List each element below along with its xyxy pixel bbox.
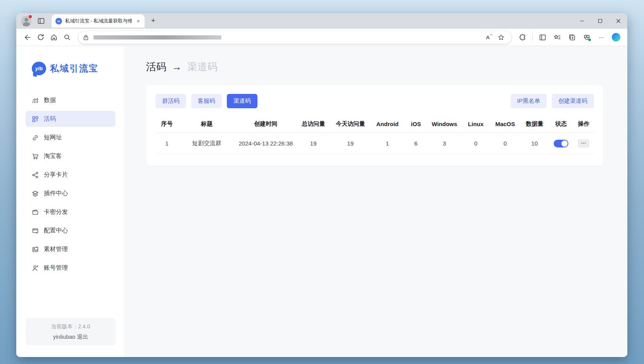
window-maximize-button[interactable]	[591, 13, 609, 29]
browser-titlebar: ∞ 私域引流宝 - 私域流量获取与维护 × +	[16, 13, 627, 29]
col-today-visits: 今天访问量	[330, 114, 370, 133]
logout-button[interactable]: 退出	[77, 333, 88, 341]
table-row: 1 短剧交流群 2024-04-13 22:26:38 19 19 1 6 3 …	[155, 133, 594, 154]
breadcrumb-current: 渠道码	[187, 60, 218, 74]
browser-toolbar: A⌒ ⋯	[16, 29, 627, 46]
favorites-bar-icon[interactable]	[551, 31, 564, 44]
col-linux: Linux	[461, 114, 490, 133]
sidebar-item-live-code[interactable]: 活码	[26, 111, 116, 127]
share-icon	[32, 172, 39, 179]
tab-close-icon[interactable]: ×	[135, 18, 142, 24]
copilot-icon[interactable]	[609, 31, 623, 44]
breadcrumb-arrow-icon: →	[172, 61, 182, 73]
extensions-icon[interactable]	[516, 31, 529, 44]
browser-window: ∞ 私域引流宝 - 私域流量获取与维护 × +	[16, 13, 627, 357]
layers-icon	[32, 190, 39, 197]
sidebar-item-short-url[interactable]: 短网址	[26, 130, 116, 146]
home-icon[interactable]	[47, 31, 60, 44]
col-title: 标题	[178, 114, 235, 133]
address-bar[interactable]: A⌒	[78, 31, 511, 44]
sidebar-menu: 数据 活码 短网址 淘	[26, 92, 116, 276]
tab-service-code[interactable]: 客服码	[191, 94, 222, 108]
wallet-icon	[32, 209, 39, 216]
sidebar-item-share-card[interactable]: 分享卡片	[26, 167, 116, 183]
breadcrumb-parent: 活码	[146, 60, 166, 74]
cell-windows: 3	[427, 133, 461, 154]
cell-ios: 6	[404, 133, 427, 154]
breadcrumb: 活码 → 渠道码	[146, 60, 603, 74]
new-tab-button[interactable]: +	[148, 15, 159, 26]
app-logo: ylb 私域引流宝	[26, 62, 116, 75]
col-ios: iOS	[404, 114, 427, 133]
col-operations: 操作	[573, 114, 594, 133]
username: yinliubao	[53, 334, 75, 340]
version-label: 当前版本：2.4.0	[29, 323, 112, 330]
col-status: 状态	[549, 114, 573, 133]
tab-group-code[interactable]: 群活码	[155, 94, 186, 108]
sidebar-item-data[interactable]: 数据	[26, 92, 116, 108]
app-body: ylb 私域引流宝 数据 活码	[16, 46, 627, 357]
toolbar-divider	[532, 33, 533, 41]
col-android: Android	[370, 114, 404, 133]
favorite-star-icon[interactable]	[495, 31, 507, 43]
user-icon	[32, 265, 39, 272]
main-content: 活码 → 渠道码 群活码 客服码 渠道码 IP黑名单 创建渠道码	[124, 46, 627, 357]
ip-blacklist-button[interactable]: IP黑名单	[511, 94, 547, 108]
cell-created: 2024-04-13 22:26:38	[235, 133, 296, 154]
sidebar-item-materials[interactable]: 素材管理	[26, 241, 116, 257]
sidebar-item-taobao[interactable]: 淘宝客	[26, 148, 116, 164]
col-total-visits: 总访问量	[296, 114, 330, 133]
window-settings-icon	[32, 227, 39, 234]
refresh-icon[interactable]	[34, 31, 47, 44]
row-more-actions-button[interactable]: ⋯	[578, 139, 589, 147]
create-channel-code-button[interactable]: 创建渠道码	[552, 94, 594, 108]
col-index: 序号	[155, 114, 178, 133]
logo-bubble-icon: ylb	[32, 62, 46, 75]
link-icon	[32, 134, 39, 141]
sidebar-footer: 当前版本：2.4.0 yinliubao 退出	[26, 318, 116, 345]
card-toolbar: 群活码 客服码 渠道码 IP黑名单 创建渠道码	[155, 94, 594, 108]
sidebar-item-accounts[interactable]: 账号管理	[26, 260, 116, 276]
sidebar-item-plugins[interactable]: 插件中心	[26, 185, 116, 201]
notification-dot	[29, 15, 32, 18]
settings-more-icon[interactable]: ⋯	[595, 31, 608, 44]
read-aloud-icon[interactable]: A⌒	[483, 31, 495, 43]
tab-workspaces-icon[interactable]	[36, 16, 46, 26]
collections-icon[interactable]	[565, 31, 578, 44]
sidebar: ylb 私域引流宝 数据 活码	[16, 46, 124, 357]
browser-tab[interactable]: ∞ 私域引流宝 - 私域流量获取与维护 ×	[52, 14, 145, 28]
logo-text: 私域引流宝	[50, 62, 98, 75]
sidebar-item-card-keys[interactable]: 卡密分发	[26, 204, 116, 220]
back-icon[interactable]	[21, 31, 34, 44]
search-icon[interactable]	[60, 31, 74, 44]
image-icon	[32, 246, 39, 253]
cell-linux: 0	[461, 133, 490, 154]
browser-essentials-icon[interactable]	[580, 31, 593, 44]
site-favicon-icon: ∞	[55, 18, 62, 24]
cell-total-visits: 19	[296, 133, 330, 154]
table-header-row: 序号 标题 创建时间 总访问量 今天访问量 Android iOS Window…	[155, 114, 594, 133]
split-screen-icon[interactable]	[536, 31, 549, 44]
channel-code-table: 序号 标题 创建时间 总访问量 今天访问量 Android iOS Window…	[155, 114, 594, 154]
shopping-cart-icon	[32, 153, 39, 160]
profile-avatar[interactable]	[21, 16, 31, 26]
col-created: 创建时间	[235, 114, 296, 133]
sidebar-item-config[interactable]: 配置中心	[26, 223, 116, 239]
lock-icon	[83, 35, 89, 40]
tab-channel-code[interactable]: 渠道码	[227, 94, 257, 108]
essentials-ok-badge	[588, 38, 591, 42]
channel-code-card: 群活码 客服码 渠道码 IP黑名单 创建渠道码	[146, 85, 603, 166]
col-data-count: 数据量	[520, 114, 549, 133]
cell-android: 1	[370, 133, 404, 154]
window-close-button[interactable]	[609, 13, 627, 29]
cell-today-visits: 19	[330, 133, 370, 154]
cell-macos: 0	[490, 133, 520, 154]
redacted-url	[93, 35, 221, 40]
qr-code-icon	[32, 116, 39, 123]
status-toggle[interactable]	[554, 140, 568, 147]
col-macos: MacOS	[490, 114, 520, 133]
window-minimize-button[interactable]	[573, 13, 591, 29]
bar-chart-icon	[32, 97, 39, 104]
cell-title: 短剧交流群	[178, 133, 235, 154]
tab-title: 私域引流宝 - 私域流量获取与维护	[65, 18, 132, 24]
